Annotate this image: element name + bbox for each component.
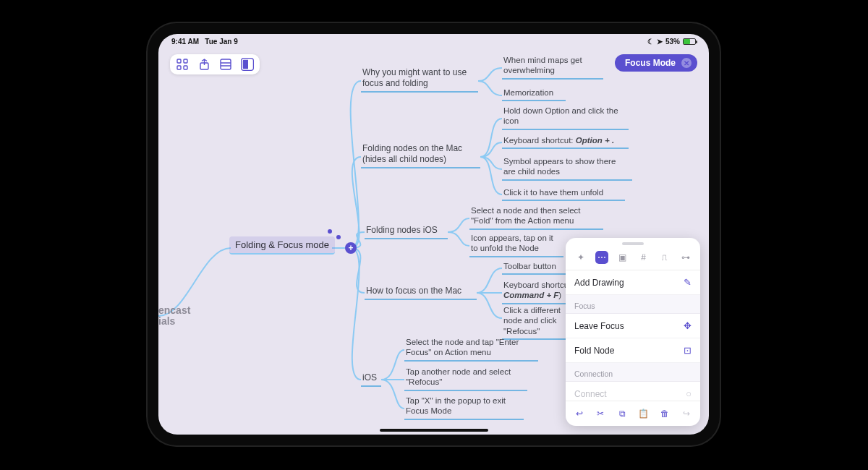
root-node[interactable]: Folding & Focus mode — [229, 236, 335, 255]
leaf-node[interactable]: Memorization — [502, 86, 566, 101]
branch-node[interactable]: Folding nodes iOS — [365, 223, 448, 239]
section-focus-header: Focus — [566, 295, 700, 314]
leaf-node[interactable]: When mind maps get overwhelming — [502, 54, 603, 80]
connect-label: Connect — [574, 389, 607, 399]
cut-icon[interactable]: ✂ — [594, 407, 607, 420]
tab-tag-icon[interactable]: # — [637, 251, 650, 264]
branch-node[interactable]: Why you might want to use focus and fold… — [361, 66, 478, 93]
ellipsis-icon: ⊡ — [684, 345, 692, 356]
leaf-node[interactable]: Icon appears, tap on it to unfold the No… — [469, 231, 563, 257]
panel-footer: ↩ ✂ ⧉ 📋 🗑 ↪ — [566, 401, 700, 426]
node-marker-icon — [328, 229, 332, 234]
add-drawing-row[interactable]: Add Drawing ✎ — [566, 270, 700, 295]
branch-node[interactable]: iOS — [361, 371, 381, 387]
leave-focus-label: Leave Focus — [574, 321, 624, 331]
trash-icon[interactable]: 🗑 — [658, 407, 671, 420]
leaf-node[interactable]: Symbol appears to show there are child n… — [502, 155, 632, 181]
section-connection-header: Connection — [566, 363, 700, 382]
add-node-button[interactable]: + — [345, 242, 357, 254]
redo-icon[interactable]: ↪ — [680, 407, 693, 420]
root-node-label: Folding & Focus mode — [235, 239, 329, 250]
copy-icon[interactable]: ⧉ — [616, 407, 629, 420]
tab-actions-icon[interactable]: ⋯ — [595, 251, 608, 264]
tab-style-icon[interactable]: ⎍ — [658, 251, 671, 264]
undo-icon[interactable]: ↩ — [573, 407, 586, 420]
fold-node-row[interactable]: Fold Node ⊡ — [566, 338, 700, 363]
connect-row[interactable]: Connect ○ — [566, 382, 700, 401]
tab-image-icon[interactable]: ▣ — [616, 251, 629, 264]
leave-focus-row[interactable]: Leave Focus ✥ — [566, 314, 700, 338]
connect-icon: ○ — [686, 388, 692, 399]
tab-link-icon[interactable]: ⊶ — [679, 251, 692, 264]
pencil-icon: ✎ — [684, 277, 692, 288]
branch-node[interactable]: Folding nodes on the Mac (hides all chil… — [361, 142, 480, 168]
node-marker-icon — [336, 235, 341, 239]
leaf-node[interactable]: Tap another node and select "Refocus" — [404, 365, 527, 391]
panel-tab-row: ✦ ⋯ ▣ # ⎍ ⊶ — [566, 249, 700, 270]
drag-handle[interactable] — [566, 238, 700, 249]
leaf-node[interactable]: Hold down Option and click the icon — [502, 104, 629, 130]
screen: 9:41 AM Tue Jan 9 ☾ ➤ 53% Focus Mode ✕ — [158, 34, 709, 435]
paste-icon[interactable]: 📋 — [637, 407, 650, 420]
home-indicator[interactable] — [380, 429, 488, 432]
fold-node-label: Fold Node — [574, 346, 614, 356]
ipad-frame: 9:41 AM Tue Jan 9 ☾ ➤ 53% Focus Mode ✕ — [148, 23, 720, 445]
leaf-node[interactable]: Keyboard shortcut: Option + . — [502, 134, 629, 149]
action-panel[interactable]: ✦ ⋯ ▣ # ⎍ ⊶ Add Drawing ✎ Focus Leave Fo… — [566, 238, 700, 426]
branch-node[interactable]: How to focus on the Mac — [365, 284, 477, 300]
leaf-node[interactable]: Toolbar button — [502, 260, 567, 275]
add-drawing-label: Add Drawing — [574, 278, 624, 288]
parent-node-ghost: encast ials — [158, 305, 202, 328]
leaf-node[interactable]: Tap "X" in the popup to exit Focus Mode — [404, 394, 524, 420]
leaf-node[interactable]: Select the node and tap "Enter Focus" on… — [404, 336, 538, 362]
tab-node-icon[interactable]: ✦ — [574, 251, 587, 264]
leaf-node[interactable]: Click it to have them unfold — [502, 186, 625, 201]
leaf-node[interactable]: Select a node and then select "Fold" fro… — [469, 204, 603, 230]
crosshair-icon: ✥ — [684, 320, 692, 331]
